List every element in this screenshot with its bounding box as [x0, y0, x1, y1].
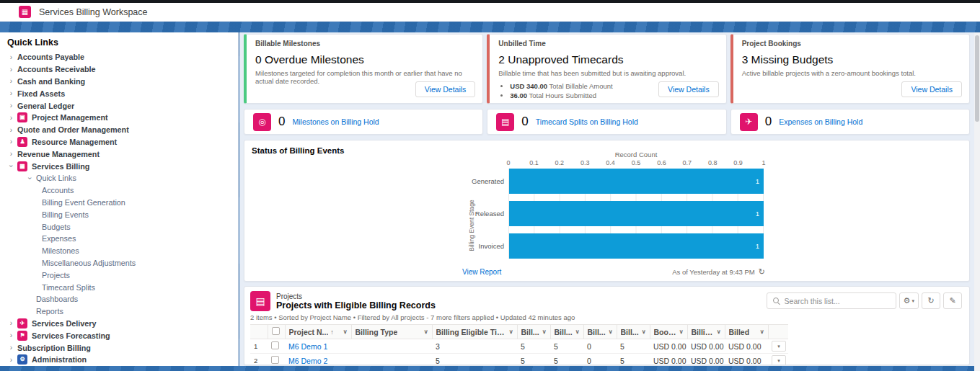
scrollbar-thumb[interactable] [975, 35, 979, 122]
sidebar-item-revenue-management[interactable]: ›Revenue Management [0, 148, 238, 160]
sidebar-item-fixed-assets[interactable]: ›Fixed Assets [0, 87, 238, 99]
chevron-right-icon[interactable]: › [7, 89, 15, 97]
column-header-bill-4[interactable]: Bill...∨ [617, 325, 650, 339]
search-input[interactable] [785, 297, 886, 305]
chevron-right-icon[interactable]: › [7, 77, 15, 85]
chevron-right-icon[interactable]: › [7, 138, 15, 146]
list-refresh-button[interactable]: ↻ [922, 292, 940, 309]
sidebar-item-miscellaneous-adjustments[interactable]: Miscellaneous Adjustments [0, 257, 238, 269]
chevron-down-icon[interactable]: › [26, 174, 34, 182]
chevron-down-icon: ∨ [714, 328, 721, 335]
milestones-hold-icon: ◎ [253, 113, 271, 131]
chevron-right-icon[interactable]: › [7, 356, 15, 364]
select-all-header[interactable] [268, 325, 285, 339]
bullet-value: USD 340.00 [510, 82, 547, 90]
sidebar-item-subscription-billing[interactable]: ›Subscription Billing [0, 341, 238, 354]
column-header-billed[interactable]: Billed∨ [725, 325, 768, 339]
chevron-right-icon[interactable]: › [7, 126, 15, 134]
sidebar-item-label: Budgets [42, 223, 71, 231]
sidebar-item-budgets[interactable]: Budgets [0, 220, 238, 233]
sidebar-item-project-management[interactable]: ›▣Project Management [0, 112, 238, 124]
row-checkbox[interactable] [271, 341, 279, 349]
hold-link[interactable]: Milestones on Billing Hold [292, 117, 379, 126]
sidebar-item-billing-event-generation[interactable]: Billing Event Generation [0, 197, 238, 209]
sidebar-nav-list: ›Accounts Payable›Accounts Receivable›Ca… [0, 51, 238, 366]
chevron-right-icon[interactable]: › [7, 66, 15, 73]
view-details-button[interactable]: View Details [658, 81, 719, 97]
chevron-right-icon[interactable]: › [7, 319, 15, 327]
view-report-link[interactable]: View Report [462, 268, 501, 276]
sidebar-item-resource-management[interactable]: ›♟Resource Management [0, 136, 238, 148]
sidebar-item-quick-links-group[interactable]: ›Quick Links [0, 172, 238, 184]
chevron-right-icon[interactable]: › [7, 344, 15, 352]
sidebar-item-accounts-receivable[interactable]: ›Accounts Receivable [0, 63, 238, 76]
select-all-checkbox[interactable] [272, 327, 280, 335]
hold-link[interactable]: Expenses on Billing Hold [779, 117, 862, 126]
sidebar-item-services-forecasting[interactable]: ›⚑Services Forecasting [0, 329, 238, 341]
sidebar-item-general-ledger[interactable]: ›General Ledger [0, 99, 238, 112]
row-actions-button[interactable]: ▾ [772, 341, 786, 352]
column-header-bill-3[interactable]: Bill...∨ [583, 325, 617, 339]
column-header-project-name[interactable]: Project N...↑∨ [285, 325, 351, 339]
x-tick: 0.9 [733, 159, 743, 166]
sidebar-item-services-billing[interactable]: ›▦Services Billing [0, 160, 238, 172]
bar-invoiced[interactable]: 1 [509, 233, 764, 259]
row-actions-button[interactable]: ▾ [772, 355, 786, 365]
hold-card-milestones: ◎ 0 Milestones on Billing Hold [244, 109, 483, 135]
list-settings-button[interactable]: ⚙ ▾ [899, 292, 919, 309]
main-content: Billable Milestones 0 Overdue Milestones… [239, 32, 974, 366]
chevron-right-icon[interactable]: › [7, 114, 15, 122]
chart-footer: View Report As of Yesterday at 9:43 PM ↻ [462, 267, 765, 277]
sidebar-item-administration[interactable]: ›⚙Administration [0, 354, 238, 366]
column-header-billing-type[interactable]: Billing Type∨ [351, 325, 432, 339]
kpi-card-billable-milestones: Billable Milestones 0 Overdue Milestones… [244, 34, 483, 104]
bar-generated[interactable]: 1 [509, 169, 764, 194]
sidebar-item-timecard-splits[interactable]: Timecard Splits [0, 281, 238, 293]
column-header-bill-2[interactable]: Bill...∨ [550, 325, 583, 339]
sidebar-item-billing-events[interactable]: Billing Events [0, 208, 238, 220]
sidebar-item-expenses[interactable]: Expenses [0, 233, 238, 245]
column-header-bill-1[interactable]: Bill...∨ [517, 325, 550, 339]
column-header-billing-eligible-timecards[interactable]: Billing Eligible Timecard...∨ [432, 325, 517, 339]
view-details-button[interactable]: View Details [901, 81, 962, 97]
view-details-button[interactable]: View Details [415, 81, 476, 97]
bullet-label: Total Billable Amount [547, 82, 613, 90]
chevron-down-icon[interactable]: › [7, 162, 15, 170]
column-header-billings[interactable]: Billings∨ [687, 325, 725, 339]
sidebar-item-label: Services Billing [32, 162, 89, 171]
sidebar-item-accounts[interactable]: Accounts [0, 184, 238, 197]
administration-icon: ⚙ [17, 354, 27, 365]
cell-billing-eligible-timecards: 3 [432, 339, 517, 354]
sidebar-title: Quick Links [0, 37, 238, 48]
sidebar-item-label: Billing Event Generation [42, 198, 125, 207]
cell-bill-4: 5 [617, 354, 650, 366]
sidebar-item-dashboards[interactable]: Dashboards [0, 293, 238, 305]
column-header-bookings[interactable]: Bookings∨ [650, 325, 687, 339]
sidebar-item-accounts-payable[interactable]: ›Accounts Payable [0, 51, 238, 63]
sidebar-item-services-delivery[interactable]: ›✈Services Delivery [0, 318, 238, 330]
bullet-value: 36.00 [510, 91, 527, 99]
project-link[interactable]: M6 Demo 1 [288, 342, 327, 351]
vertical-scrollbar[interactable] [974, 32, 980, 371]
chevron-right-icon[interactable]: › [7, 53, 15, 61]
hold-card-timecard-splits: ▤ 0 Timecard Splits on Billing Hold [487, 109, 726, 135]
bar-released[interactable]: 1 [509, 201, 764, 226]
chart-category-labels: Generated Released Invoiced [471, 160, 508, 266]
row-checkbox[interactable] [271, 356, 279, 364]
hold-link[interactable]: Timecard Splits on Billing Hold [536, 117, 638, 126]
chevron-right-icon[interactable]: › [7, 331, 15, 339]
chevron-right-icon[interactable]: › [7, 102, 15, 109]
sidebar-item-milestones[interactable]: Milestones [0, 245, 238, 257]
project-link[interactable]: M6 Demo 2 [288, 357, 327, 365]
sidebar-item-quote-and-order-management[interactable]: ›Quote and Order Management [0, 124, 238, 136]
sidebar-item-label: Services Forecasting [32, 331, 110, 340]
kpi-description: Active billable projects with a zero-amo… [742, 69, 961, 77]
sidebar-item-reports[interactable]: Reports [0, 305, 238, 318]
refresh-icon[interactable]: ↻ [759, 267, 765, 277]
list-entity-label: Projects [276, 292, 436, 300]
sidebar-item-cash-and-banking[interactable]: ›Cash and Banking [0, 76, 238, 88]
bullet-label: Total Hours Submitted [527, 91, 596, 99]
sidebar-item-projects[interactable]: Projects [0, 269, 238, 281]
chevron-right-icon[interactable]: › [7, 150, 15, 158]
list-edit-button[interactable]: ✎ [943, 292, 962, 309]
